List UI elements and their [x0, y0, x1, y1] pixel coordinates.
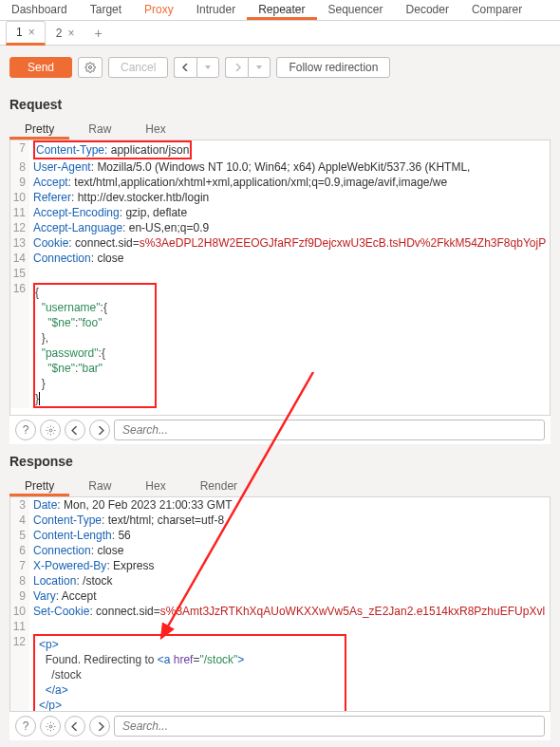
chevron-left-icon	[182, 64, 190, 71]
response-footer: ?	[9, 712, 551, 740]
close-icon[interactable]: ×	[28, 26, 35, 39]
back-menu-button[interactable]	[196, 57, 219, 78]
arrow-right-icon	[96, 426, 104, 435]
response-panel: Response Pretty Raw Hex Render 3Date: Mo…	[0, 444, 560, 740]
action-bar: Send Cancel Follow redirection	[0, 46, 560, 87]
view-raw[interactable]: Raw	[73, 120, 126, 140]
gear-icon	[84, 62, 96, 73]
tab-repeater[interactable]: Repeater	[247, 0, 316, 20]
next-match-button[interactable]	[89, 420, 110, 440]
view-render[interactable]: Render	[185, 476, 252, 496]
request-editor[interactable]: 7Content-Type: application/json8User-Age…	[9, 140, 551, 416]
add-tab-button[interactable]: +	[84, 22, 111, 45]
chevron-right-icon	[233, 64, 241, 71]
help-button[interactable]: ?	[15, 716, 36, 737]
search-input[interactable]	[114, 716, 545, 737]
help-button[interactable]: ?	[15, 420, 36, 440]
back-button[interactable]	[174, 57, 196, 78]
svg-point-0	[89, 66, 92, 69]
history-back-group	[174, 57, 219, 78]
follow-redirection-button[interactable]: Follow redirection	[276, 57, 390, 78]
forward-menu-button[interactable]	[248, 57, 271, 78]
caret-down-icon	[256, 65, 262, 69]
search-input[interactable]	[114, 420, 545, 440]
tab-dashboard[interactable]: Dashboard	[0, 0, 79, 20]
tab-sequencer[interactable]: Sequencer	[317, 0, 395, 20]
svg-point-1	[49, 429, 52, 432]
tab-proxy[interactable]: Proxy	[133, 0, 185, 20]
view-pretty[interactable]: Pretty	[9, 120, 69, 140]
request-view-tabs: Pretty Raw Hex	[9, 120, 551, 140]
tab-target[interactable]: Target	[79, 0, 133, 20]
arrow-left-icon	[71, 426, 80, 435]
tab-decoder[interactable]: Decoder	[395, 0, 460, 20]
settings-button[interactable]	[40, 716, 61, 737]
panel-title: Response	[9, 454, 551, 469]
request-footer: ?	[9, 416, 551, 444]
subtab-label: 1	[16, 26, 23, 39]
tab-intruder[interactable]: Intruder	[185, 0, 247, 20]
cancel-button[interactable]: Cancel	[108, 57, 168, 78]
response-view-tabs: Pretty Raw Hex Render	[9, 476, 551, 497]
gear-icon	[46, 425, 56, 436]
settings-button[interactable]	[40, 420, 61, 440]
options-button[interactable]	[78, 57, 103, 78]
repeater-subtabs: 1 × 2 × +	[0, 21, 560, 46]
prev-match-button[interactable]	[65, 716, 85, 737]
panel-title: Request	[9, 97, 551, 112]
view-hex[interactable]: Hex	[130, 120, 180, 140]
tool-tabs: Dashboard Target Proxy Intruder Repeater…	[0, 0, 560, 21]
subtab-2[interactable]: 2 ×	[46, 22, 85, 44]
view-raw[interactable]: Raw	[73, 476, 126, 496]
history-fwd-group	[225, 57, 271, 78]
close-icon[interactable]: ×	[67, 27, 74, 40]
send-button[interactable]: Send	[9, 57, 72, 78]
next-match-button[interactable]	[89, 716, 110, 737]
view-hex[interactable]: Hex	[130, 476, 180, 496]
forward-button[interactable]	[225, 57, 248, 78]
tab-comparer[interactable]: Comparer	[460, 0, 533, 20]
view-pretty[interactable]: Pretty	[9, 476, 69, 496]
svg-point-2	[49, 725, 52, 728]
arrow-right-icon	[96, 722, 104, 731]
prev-match-button[interactable]	[65, 420, 85, 440]
request-panel: Request Pretty Raw Hex 7Content-Type: ap…	[0, 87, 560, 444]
subtab-label: 2	[56, 27, 63, 40]
response-editor[interactable]: 3Date: Mon, 20 Feb 2023 21:00:33 GMT4Con…	[9, 497, 551, 712]
gear-icon	[46, 721, 56, 732]
caret-down-icon	[205, 65, 211, 69]
subtab-1[interactable]: 1 ×	[6, 21, 46, 46]
arrow-left-icon	[71, 722, 80, 731]
